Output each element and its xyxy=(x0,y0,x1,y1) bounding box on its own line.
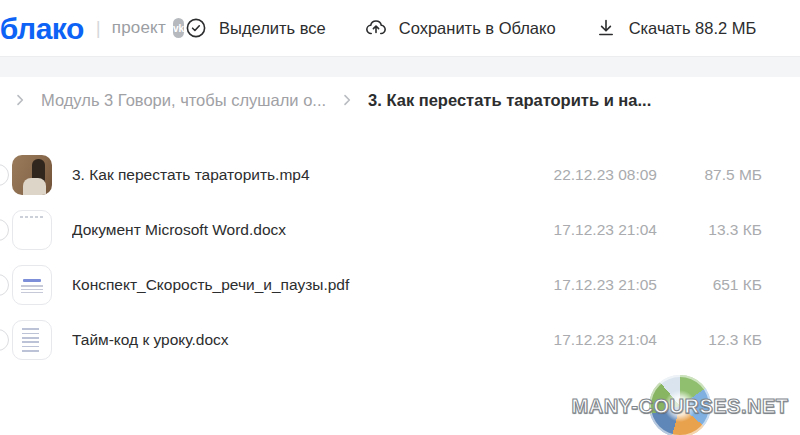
row-checkbox[interactable] xyxy=(0,274,9,296)
cloud-upload-icon xyxy=(364,16,388,40)
file-row[interactable]: Тайм-код к уроку.docx 17.12.23 21:04 12.… xyxy=(0,312,800,367)
file-size: 651 КБ xyxy=(657,276,762,294)
file-size: 12.3 КБ xyxy=(657,331,762,349)
file-name[interactable]: Документ Microsoft Word.docx xyxy=(72,221,507,239)
toolbar-actions: Выделить все Сохранить в Облако Скачать … xyxy=(184,16,756,40)
file-size: 87.5 МБ xyxy=(657,166,762,184)
breadcrumb-item-current: 3. Как перестать тараторить и на... xyxy=(368,91,651,110)
row-checkbox[interactable] xyxy=(0,219,9,241)
file-thumbnail xyxy=(12,320,52,360)
file-thumbnail xyxy=(12,210,52,250)
select-all-label: Выделить все xyxy=(219,19,326,38)
check-circle-icon xyxy=(184,16,208,40)
row-checkbox[interactable] xyxy=(0,329,9,351)
file-list: 3. Как перестать тараторить.mp4 22.12.23… xyxy=(0,147,800,367)
top-toolbar: облако | проект vk Выделить все Сохранит… xyxy=(0,0,800,57)
save-to-cloud-button[interactable]: Сохранить в Облако xyxy=(364,16,556,40)
vk-logo-icon: vk xyxy=(173,18,184,38)
select-all-button[interactable]: Выделить все xyxy=(184,16,326,40)
save-to-cloud-label: Сохранить в Облако xyxy=(399,19,556,38)
file-date: 17.12.23 21:05 xyxy=(507,276,657,294)
watermark: MANY-COURSES.NET xyxy=(568,373,792,435)
file-thumbnail xyxy=(12,155,52,195)
logo-divider: | xyxy=(96,17,101,39)
chevron-right-icon xyxy=(339,92,355,108)
file-name[interactable]: 3. Как перестать тараторить.mp4 xyxy=(72,166,507,184)
file-date: 17.12.23 21:04 xyxy=(507,331,657,349)
file-row[interactable]: Документ Microsoft Word.docx 17.12.23 21… xyxy=(0,202,800,257)
file-size: 13.3 КБ xyxy=(657,221,762,239)
file-row[interactable]: 3. Как перестать тараторить.mp4 22.12.23… xyxy=(0,147,800,202)
watermark-text: MANY-COURSES.NET xyxy=(572,395,789,418)
download-icon xyxy=(594,16,618,40)
file-row[interactable]: Конспект_Скорость_речи_и_паузы.pdf 17.12… xyxy=(0,257,800,312)
row-checkbox[interactable] xyxy=(0,164,9,186)
file-name[interactable]: Конспект_Скорость_речи_и_паузы.pdf xyxy=(72,276,507,294)
header-shadow-strip xyxy=(0,57,800,77)
cloud-logo[interactable]: облако xyxy=(0,0,84,57)
download-label: Скачать 88.2 МБ xyxy=(629,19,757,38)
file-date: 17.12.23 21:04 xyxy=(507,221,657,239)
globe-logo-icon xyxy=(649,375,711,435)
file-date: 22.12.23 08:09 xyxy=(507,166,657,184)
chevron-right-icon xyxy=(12,92,28,108)
breadcrumb: Модуль 3 Говори, чтобы слушали о... 3. К… xyxy=(0,77,800,111)
project-label: проект xyxy=(112,18,166,38)
breadcrumb-item-module[interactable]: Модуль 3 Говори, чтобы слушали о... xyxy=(41,91,326,110)
download-button[interactable]: Скачать 88.2 МБ xyxy=(594,16,757,40)
file-name[interactable]: Тайм-код к уроку.docx xyxy=(72,331,507,349)
file-thumbnail xyxy=(12,265,52,305)
